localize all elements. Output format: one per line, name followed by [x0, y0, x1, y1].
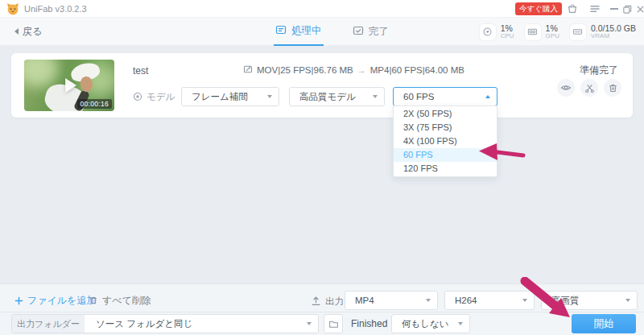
- completed-tab-label: 完了: [369, 25, 389, 39]
- finished-value: 何もしない: [402, 319, 449, 329]
- restore-window-icon[interactable]: [621, 3, 633, 14]
- trash-icon: [89, 296, 98, 305]
- processing-tab-icon: [275, 24, 287, 38]
- main-area: 00:00:16 test MOV|25 FPS|96.76 MB → MP4|…: [0, 46, 644, 283]
- chevron-up-icon: [485, 95, 490, 98]
- buy-now-button[interactable]: 今すぐ購入: [515, 2, 562, 15]
- fps-option-120[interactable]: 120 FPS: [394, 162, 497, 176]
- model-value: フレーム補間: [192, 92, 248, 101]
- file-actions: [557, 79, 621, 97]
- title-bar: UniFab v3.0.2.3 今すぐ購入: [0, 0, 644, 18]
- quality-model-dropdown[interactable]: 高品質モデル: [289, 87, 385, 106]
- delete-file-button[interactable]: [604, 79, 621, 97]
- cpu-icon: [480, 24, 496, 40]
- file-name: test: [133, 65, 148, 77]
- menu-icon[interactable]: [589, 3, 601, 14]
- completed-tab-icon: [353, 25, 364, 39]
- footer-bar: ファイルを追加 すべて削除 出力 MP4 H264 高画質 出力フ: [0, 283, 644, 335]
- unifab-window: UniFab v3.0.2.3 今すぐ購入 戻る: [0, 0, 644, 335]
- chevron-down-icon: [267, 95, 272, 98]
- tab-processing[interactable]: 処理中: [274, 18, 324, 46]
- chevron-down-icon: [307, 322, 312, 325]
- vram-stat: 0.0/15.0 GB VRAM: [570, 24, 636, 40]
- fps-option-2x[interactable]: 2X (50 FPS): [394, 107, 497, 121]
- back-label: 戻る: [23, 25, 42, 39]
- finished-action-dropdown[interactable]: 何もしない: [391, 314, 470, 333]
- footer-divider: [0, 312, 644, 312]
- memory-icon: [570, 24, 586, 40]
- target-info: MP4|60 FPS|64.00 MB: [370, 65, 464, 75]
- model-dropdown[interactable]: フレーム補間: [181, 87, 279, 106]
- fps-option-3x[interactable]: 3X (75 FPS): [394, 121, 497, 134]
- source-info: MOV|25 FPS|96.76 MB: [257, 65, 353, 75]
- convert-arrow: →: [357, 65, 366, 75]
- output-label: 出力: [325, 296, 344, 308]
- output-folder-dropdown[interactable]: 出力フォルダー ソース フォルダと同じ: [11, 314, 319, 333]
- close-icon[interactable]: [634, 3, 644, 14]
- fps-value: 60 FPS: [403, 92, 434, 101]
- start-button[interactable]: 開始: [572, 314, 636, 333]
- output-upload-icon: [311, 295, 321, 305]
- video-duration: 00:00:16: [77, 99, 113, 109]
- quality-dropdown[interactable]: 高画質: [541, 291, 638, 310]
- trim-button[interactable]: [580, 79, 598, 97]
- model-label-group: モデル: [133, 91, 175, 103]
- video-thumbnail[interactable]: 00:00:16: [24, 60, 114, 111]
- eye-icon: [560, 82, 572, 93]
- finished-label: Finished: [351, 318, 387, 329]
- codec-dropdown[interactable]: H264: [444, 291, 535, 310]
- gpu-stat: 1% GPU: [525, 24, 559, 40]
- scissors-icon: [584, 83, 595, 93]
- fps-option-4x[interactable]: 4X (100 FPS): [394, 134, 497, 148]
- gpu-label: GPU: [546, 33, 559, 39]
- processing-tab-label: 処理中: [291, 24, 322, 38]
- app-title: UniFab v3.0.2.3: [24, 0, 87, 18]
- media-info: MOV|25 FPS|96.76 MB → MP4|60 FPS|64.00 M…: [243, 64, 464, 76]
- trash-icon: [608, 83, 618, 93]
- cpu-stat: 1% CPU: [480, 24, 514, 40]
- clear-all-button[interactable]: すべて削除: [89, 291, 151, 310]
- quality-value: 高画質: [551, 296, 580, 305]
- chevron-down-icon: [373, 95, 378, 98]
- output-format-dropdown[interactable]: MP4: [345, 291, 438, 310]
- browse-folder-button[interactable]: [324, 314, 343, 333]
- preview-button[interactable]: [557, 79, 575, 97]
- gpu-icon: [525, 24, 541, 40]
- add-files-label: ファイルを追加: [27, 294, 96, 308]
- unifab-logo-icon: [6, 2, 19, 15]
- tab-completed[interactable]: 完了: [351, 18, 390, 46]
- media-edit-icon: [243, 64, 253, 76]
- file-card: 00:00:16 test MOV|25 FPS|96.76 MB → MP4|…: [11, 53, 633, 118]
- status-ready: 準備完了: [580, 64, 618, 77]
- back-arrow-icon: [14, 28, 19, 35]
- output-folder-value: ソース フォルダと同じ: [85, 315, 318, 333]
- fps-dropdown-menu: 2X (50 FPS) 3X (75 FPS) 4X (100 FPS) 60 …: [393, 105, 497, 177]
- format-value: MP4: [355, 296, 374, 305]
- output-folder-label: 出力フォルダー: [12, 315, 85, 333]
- model-icon: [133, 92, 142, 103]
- chevron-down-icon: [522, 299, 527, 302]
- codec-value: H264: [455, 296, 477, 305]
- vram-label: VRAM: [591, 33, 636, 39]
- chevron-down-icon: [625, 299, 630, 302]
- fps-dropdown[interactable]: 60 FPS: [393, 87, 497, 106]
- plus-icon: [14, 296, 23, 305]
- resource-stats: 1% CPU 1% GPU: [480, 18, 636, 46]
- clear-all-label: すべて削除: [102, 294, 151, 308]
- model-label: モデル: [147, 91, 175, 103]
- nav-bar: 戻る 処理中 完了: [0, 18, 644, 46]
- chevron-down-icon: [458, 322, 463, 325]
- back-button[interactable]: 戻る: [14, 18, 42, 45]
- fps-option-60[interactable]: 60 FPS: [394, 148, 497, 162]
- chevron-down-icon: [426, 299, 431, 302]
- play-icon[interactable]: [65, 78, 76, 93]
- cart-icon[interactable]: [567, 3, 578, 14]
- cpu-label: CPU: [501, 33, 514, 39]
- tab-bar: 処理中 完了: [274, 18, 390, 46]
- quality-model-value: 高品質モデル: [299, 92, 356, 101]
- folder-icon: [328, 319, 339, 329]
- minimize-icon[interactable]: [609, 3, 620, 14]
- add-files-button[interactable]: ファイルを追加: [14, 291, 96, 310]
